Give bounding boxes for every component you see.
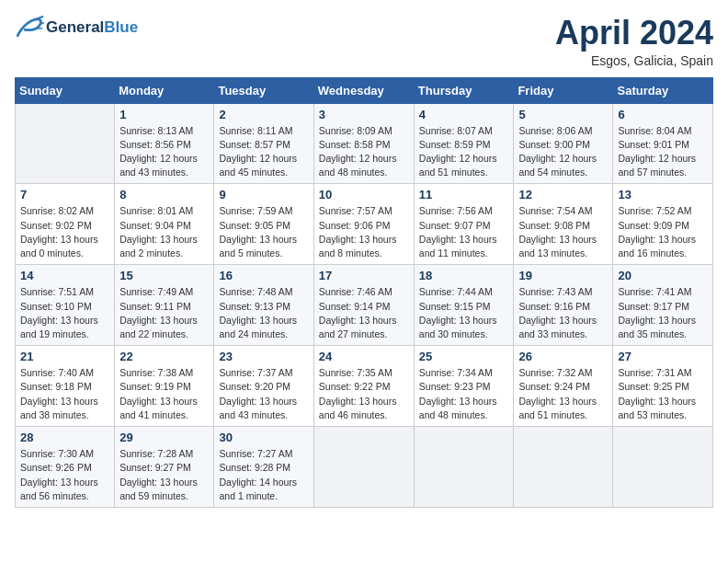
calendar-cell: 11Sunrise: 7:56 AM Sunset: 9:07 PM Dayli… (414, 184, 514, 265)
calendar-cell: 8Sunrise: 8:01 AM Sunset: 9:04 PM Daylig… (115, 184, 214, 265)
calendar-cell (16, 103, 115, 184)
col-header-tuesday: Tuesday (214, 77, 313, 103)
calendar-cell: 5Sunrise: 8:06 AM Sunset: 9:00 PM Daylig… (514, 103, 613, 184)
week-row-2: 7Sunrise: 8:02 AM Sunset: 9:02 PM Daylig… (16, 184, 713, 265)
col-header-sunday: Sunday (16, 77, 115, 103)
calendar-cell: 22Sunrise: 7:38 AM Sunset: 9:19 PM Dayli… (115, 346, 214, 427)
day-number: 11 (419, 188, 509, 201)
page: GeneralBlue April 2024 Esgos, Galicia, S… (0, 0, 728, 523)
day-info: Sunrise: 7:44 AM Sunset: 9:15 PM Dayligh… (419, 285, 509, 341)
day-info: Sunrise: 7:30 AM Sunset: 9:26 PM Dayligh… (20, 447, 109, 503)
day-number: 22 (119, 350, 209, 363)
day-number: 29 (119, 431, 209, 444)
day-info: Sunrise: 7:28 AM Sunset: 9:27 PM Dayligh… (119, 447, 209, 503)
header: GeneralBlue April 2024 Esgos, Galicia, S… (15, 15, 713, 68)
day-number: 30 (219, 431, 308, 444)
day-number: 15 (119, 269, 209, 282)
day-number: 2 (219, 108, 308, 121)
day-number: 19 (518, 269, 608, 282)
calendar-cell (313, 427, 414, 508)
calendar-cell: 23Sunrise: 7:37 AM Sunset: 9:20 PM Dayli… (214, 346, 313, 427)
calendar-cell: 10Sunrise: 7:57 AM Sunset: 9:06 PM Dayli… (313, 184, 414, 265)
calendar-cell: 15Sunrise: 7:49 AM Sunset: 9:11 PM Dayli… (115, 265, 214, 346)
calendar-cell: 1Sunrise: 8:13 AM Sunset: 8:56 PM Daylig… (115, 103, 214, 184)
day-number: 18 (419, 269, 509, 282)
calendar-cell: 21Sunrise: 7:40 AM Sunset: 9:18 PM Dayli… (16, 346, 115, 427)
calendar-cell: 4Sunrise: 8:07 AM Sunset: 8:59 PM Daylig… (414, 103, 514, 184)
logo-icon (15, 15, 44, 40)
calendar-cell: 12Sunrise: 7:54 AM Sunset: 9:08 PM Dayli… (514, 184, 613, 265)
calendar-cell: 26Sunrise: 7:32 AM Sunset: 9:24 PM Dayli… (514, 346, 613, 427)
calendar-cell: 24Sunrise: 7:35 AM Sunset: 9:22 PM Dayli… (313, 346, 414, 427)
day-info: Sunrise: 8:02 AM Sunset: 9:02 PM Dayligh… (20, 204, 109, 260)
week-row-1: 1Sunrise: 8:13 AM Sunset: 8:56 PM Daylig… (16, 103, 713, 184)
day-info: Sunrise: 7:35 AM Sunset: 9:22 PM Dayligh… (319, 366, 409, 422)
day-info: Sunrise: 7:52 AM Sunset: 9:09 PM Dayligh… (618, 204, 708, 260)
day-number: 17 (319, 269, 409, 282)
day-number: 16 (219, 269, 308, 282)
day-info: Sunrise: 7:31 AM Sunset: 9:25 PM Dayligh… (618, 366, 708, 422)
day-info: Sunrise: 7:59 AM Sunset: 9:05 PM Dayligh… (219, 204, 308, 260)
week-row-3: 14Sunrise: 7:51 AM Sunset: 9:10 PM Dayli… (16, 265, 713, 346)
day-info: Sunrise: 7:48 AM Sunset: 9:13 PM Dayligh… (219, 285, 308, 341)
day-info: Sunrise: 8:01 AM Sunset: 9:04 PM Dayligh… (119, 204, 209, 260)
day-number: 26 (518, 350, 608, 363)
day-number: 24 (319, 350, 409, 363)
calendar-cell: 14Sunrise: 7:51 AM Sunset: 9:10 PM Dayli… (16, 265, 115, 346)
calendar-cell: 9Sunrise: 7:59 AM Sunset: 9:05 PM Daylig… (214, 184, 313, 265)
day-info: Sunrise: 8:07 AM Sunset: 8:59 PM Dayligh… (419, 124, 509, 180)
day-info: Sunrise: 7:57 AM Sunset: 9:06 PM Dayligh… (319, 204, 409, 260)
calendar-cell: 18Sunrise: 7:44 AM Sunset: 9:15 PM Dayli… (414, 265, 514, 346)
calendar-cell: 19Sunrise: 7:43 AM Sunset: 9:16 PM Dayli… (514, 265, 613, 346)
day-number: 6 (618, 108, 708, 121)
day-info: Sunrise: 8:09 AM Sunset: 8:58 PM Dayligh… (319, 124, 409, 180)
day-number: 21 (20, 350, 109, 363)
day-info: Sunrise: 7:32 AM Sunset: 9:24 PM Dayligh… (518, 366, 608, 422)
calendar-table: SundayMondayTuesdayWednesdayThursdayFrid… (15, 77, 713, 508)
header-row: SundayMondayTuesdayWednesdayThursdayFrid… (16, 77, 713, 103)
day-number: 23 (219, 350, 308, 363)
day-info: Sunrise: 7:51 AM Sunset: 9:10 PM Dayligh… (20, 285, 109, 341)
day-info: Sunrise: 7:37 AM Sunset: 9:20 PM Dayligh… (219, 366, 308, 422)
calendar-cell: 27Sunrise: 7:31 AM Sunset: 9:25 PM Dayli… (613, 346, 713, 427)
day-number: 28 (20, 431, 109, 444)
day-info: Sunrise: 8:06 AM Sunset: 9:00 PM Dayligh… (518, 124, 608, 180)
day-number: 3 (319, 108, 409, 121)
week-row-4: 21Sunrise: 7:40 AM Sunset: 9:18 PM Dayli… (16, 346, 713, 427)
day-number: 27 (618, 350, 708, 363)
day-number: 20 (618, 269, 708, 282)
calendar-cell: 17Sunrise: 7:46 AM Sunset: 9:14 PM Dayli… (313, 265, 414, 346)
day-number: 25 (419, 350, 509, 363)
calendar-cell: 7Sunrise: 8:02 AM Sunset: 9:02 PM Daylig… (16, 184, 115, 265)
calendar-cell: 3Sunrise: 8:09 AM Sunset: 8:58 PM Daylig… (313, 103, 414, 184)
day-info: Sunrise: 7:49 AM Sunset: 9:11 PM Dayligh… (119, 285, 209, 341)
day-number: 8 (119, 188, 209, 201)
day-info: Sunrise: 8:11 AM Sunset: 8:57 PM Dayligh… (219, 124, 308, 180)
logo-text: GeneralBlue (46, 19, 138, 37)
day-info: Sunrise: 7:40 AM Sunset: 9:18 PM Dayligh… (20, 366, 109, 422)
calendar-cell: 29Sunrise: 7:28 AM Sunset: 9:27 PM Dayli… (115, 427, 214, 508)
day-info: Sunrise: 7:41 AM Sunset: 9:17 PM Dayligh… (618, 285, 708, 341)
week-row-5: 28Sunrise: 7:30 AM Sunset: 9:26 PM Dayli… (16, 427, 713, 508)
logo: GeneralBlue (15, 15, 138, 40)
col-header-wednesday: Wednesday (313, 77, 414, 103)
day-info: Sunrise: 7:38 AM Sunset: 9:19 PM Dayligh… (119, 366, 209, 422)
col-header-friday: Friday (514, 77, 613, 103)
day-number: 5 (518, 108, 608, 121)
day-number: 7 (20, 188, 109, 201)
calendar-cell: 6Sunrise: 8:04 AM Sunset: 9:01 PM Daylig… (613, 103, 713, 184)
calendar-cell (514, 427, 613, 508)
calendar-cell: 30Sunrise: 7:27 AM Sunset: 9:28 PM Dayli… (214, 427, 313, 508)
calendar-cell (613, 427, 713, 508)
location-subtitle: Esgos, Galicia, Spain (555, 53, 713, 68)
day-number: 14 (20, 269, 109, 282)
day-info: Sunrise: 8:13 AM Sunset: 8:56 PM Dayligh… (119, 124, 209, 180)
calendar-cell: 13Sunrise: 7:52 AM Sunset: 9:09 PM Dayli… (613, 184, 713, 265)
calendar-cell: 16Sunrise: 7:48 AM Sunset: 9:13 PM Dayli… (214, 265, 313, 346)
calendar-cell: 28Sunrise: 7:30 AM Sunset: 9:26 PM Dayli… (16, 427, 115, 508)
col-header-saturday: Saturday (613, 77, 713, 103)
col-header-monday: Monday (115, 77, 214, 103)
day-info: Sunrise: 7:46 AM Sunset: 9:14 PM Dayligh… (319, 285, 409, 341)
day-number: 9 (219, 188, 308, 201)
day-info: Sunrise: 7:56 AM Sunset: 9:07 PM Dayligh… (419, 204, 509, 260)
